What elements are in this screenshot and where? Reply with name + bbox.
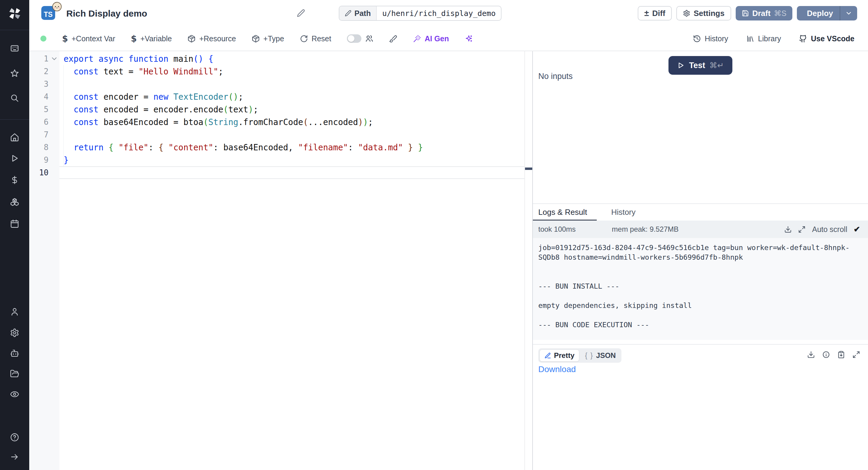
ai-sparkles-button[interactable] [465, 35, 473, 43]
workspace-switcher-icon[interactable] [10, 44, 19, 53]
tab-logs-result[interactable]: Logs & Result [533, 208, 587, 217]
package-icon [187, 35, 195, 43]
line-number: 3 [29, 78, 49, 90]
windmill-logo-icon[interactable] [8, 7, 22, 21]
path-control[interactable]: Path u/henri/rich_display_demo [339, 6, 501, 21]
run-stats-bar: took 100ms mem peak: 9.527MB Auto scroll… [533, 221, 868, 238]
gear-icon [683, 10, 690, 17]
sidebar [0, 0, 29, 470]
deploy-options-button[interactable] [840, 6, 857, 21]
code-line[interactable]: const base64Encoded = btoa(String.fromCh… [64, 116, 524, 128]
workers-bot-icon[interactable] [10, 349, 19, 358]
toggle-switch[interactable] [347, 34, 361, 43]
log-output[interactable]: job=01912d75-163d-8204-47c9-5469c516cb1e… [533, 238, 868, 340]
search-icon[interactable] [10, 93, 19, 103]
info-icon[interactable] [822, 351, 830, 358]
path-edit-button[interactable]: Path [339, 6, 377, 20]
use-vscode-button[interactable]: Use VScode [799, 34, 855, 43]
code-line[interactable]: const encoder = new TextEncoder(); [64, 90, 524, 103]
code-line[interactable]: const text = "Hello Windmill"; [64, 65, 524, 78]
code-line[interactable]: return { "file": { "content": base64Enco… [64, 141, 524, 154]
status-dot [40, 36, 46, 41]
view-json-button[interactable]: { } JSON [581, 349, 620, 362]
variables-dollar-icon[interactable] [10, 175, 19, 185]
reset-rotate-icon [300, 35, 308, 43]
add-variable-button[interactable]: $ +Variable [131, 34, 172, 44]
line-number: 7 [29, 128, 49, 141]
auto-scroll-label: Auto scroll [812, 225, 847, 234]
add-resource-button[interactable]: +Resource [187, 34, 236, 43]
download-logs-icon[interactable] [784, 226, 792, 233]
duration-text: took 100ms [538, 225, 576, 233]
play-icon [677, 61, 685, 69]
help-icon[interactable] [10, 433, 19, 442]
braces-icon: { } [585, 352, 593, 360]
test-shortcut: ⌘↵ [710, 61, 724, 70]
page-title: Rich Display demo [66, 8, 147, 19]
user-icon[interactable] [10, 307, 19, 316]
line-number: 8 [29, 141, 49, 154]
sidebar-divider [0, 119, 29, 120]
reset-button[interactable]: Reset [300, 34, 331, 43]
editor-overview-ruler[interactable] [524, 51, 532, 470]
sparkles-icon [465, 35, 473, 43]
download-result-link[interactable]: Download [538, 365, 576, 374]
top-header: TS Rich Display demo [29, 0, 868, 27]
code-line[interactable]: } [64, 154, 524, 166]
line-number: 1 [29, 53, 49, 65]
copy-clipboard-icon[interactable] [837, 351, 845, 358]
format-brush-button[interactable] [389, 35, 397, 43]
wand-icon [413, 35, 421, 43]
library-button[interactable]: Library [746, 34, 781, 43]
pen-icon [544, 352, 551, 359]
code-line[interactable]: const encoded = encoder.encode(text); [64, 103, 524, 116]
code-content[interactable]: export async function main() { const tex… [64, 53, 524, 179]
save-icon [742, 10, 749, 17]
mem-peak-text: mem peak: 9.527MB [612, 225, 678, 233]
code-editor[interactable]: 12345678910 export async function main()… [29, 51, 524, 470]
expand-result-icon[interactable] [852, 351, 860, 358]
line-number: 5 [29, 103, 49, 116]
users-icon [365, 34, 373, 43]
expand-sidebar-arrow-icon[interactable] [10, 452, 19, 462]
test-button[interactable]: Test ⌘↵ [669, 56, 733, 75]
pencil-icon [345, 10, 351, 17]
tab-history[interactable]: History [606, 208, 636, 217]
folders-icon[interactable] [10, 369, 19, 378]
resources-boxes-icon[interactable] [10, 197, 19, 206]
paintbrush-icon [389, 35, 397, 43]
code-line[interactable]: export async function main() { [64, 53, 524, 65]
download-result-icon[interactable] [807, 351, 815, 358]
auto-scroll-checkbox[interactable]: ✔ [854, 225, 860, 234]
history-button[interactable]: History [693, 34, 728, 43]
ai-gen-button[interactable]: AI Gen [413, 34, 449, 43]
deploy-button[interactable]: Deploy [797, 6, 840, 21]
code-line[interactable] [64, 78, 524, 90]
edit-summary-pencil-icon[interactable] [297, 9, 305, 17]
code-line[interactable] [64, 128, 524, 141]
run-panel: Test ⌘↵ No inputs Logs & Result History … [533, 51, 868, 470]
dollar-icon: $ [131, 34, 136, 44]
draft-button[interactable]: Draft ⌘S [736, 6, 792, 21]
runs-play-icon[interactable] [10, 154, 19, 163]
result-tabs: Logs & Result History [533, 203, 868, 221]
diff-button[interactable]: ± Diff [638, 6, 672, 21]
expand-logs-icon[interactable] [798, 226, 806, 233]
add-type-button[interactable]: +Type [252, 34, 284, 43]
settings-gear-icon[interactable] [10, 328, 19, 338]
path-value[interactable]: u/henri/rich_display_demo [377, 6, 501, 20]
schedules-calendar-icon[interactable] [10, 219, 19, 228]
fold-chevron-icon[interactable] [50, 55, 58, 63]
windmill-script-editor: TS Rich Display demo [0, 0, 868, 470]
no-inputs-text: No inputs [538, 72, 572, 81]
typescript-badge-label: TS [44, 10, 53, 19]
home-icon[interactable] [10, 132, 19, 142]
settings-button[interactable]: Settings [676, 6, 731, 21]
audit-logs-eye-icon[interactable] [10, 389, 19, 399]
log-text: job=01912d75-163d-8204-47c9-5469c516cb1e… [538, 243, 868, 330]
code-line[interactable] [64, 166, 524, 179]
favorites-star-icon[interactable] [10, 69, 19, 78]
view-pretty-button[interactable]: Pretty [539, 349, 579, 362]
add-context-var-button[interactable]: $ +Context Var [62, 34, 115, 44]
result-section: Pretty { } JSON [533, 344, 868, 470]
